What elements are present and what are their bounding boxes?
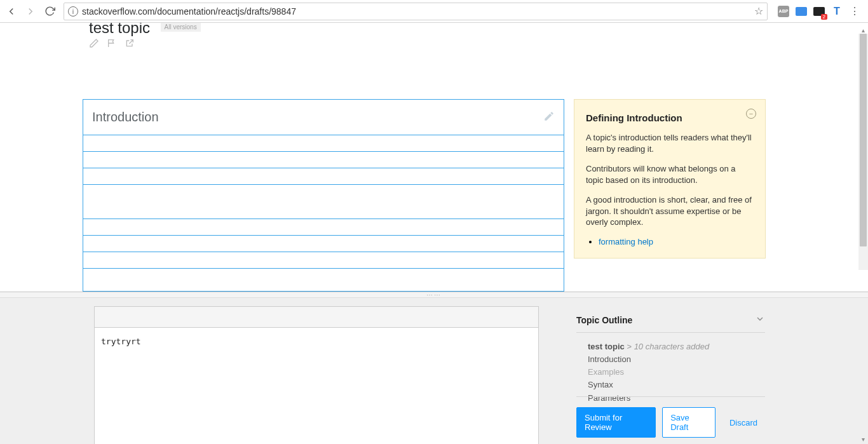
intro-row[interactable] [83,236,564,252]
introduction-title: Introduction [92,110,159,124]
outline-item[interactable]: Introduction [588,353,765,366]
browser-toolbar: i stackoverflow.com/documentation/reactj… [0,0,868,23]
intro-row[interactable] [83,135,564,152]
help-panel: − Defining Introduction A topic's introd… [574,99,766,259]
intro-row[interactable] [83,185,564,219]
outline-topic-change: 10 characters added [634,342,710,351]
split-handle[interactable]: ⋯⋯ [0,292,868,298]
editor-toolbar[interactable] [95,307,538,328]
extension-icons: ABP 2 T ⋮ [774,6,864,17]
help-paragraph: Contributors will know what belongs on a… [586,163,754,185]
editor-content[interactable]: trytryrt [95,328,538,355]
page-content: ▴ test topic All versions Introduction [0,23,868,444]
extension-icon-dark[interactable]: 2 [813,6,825,17]
save-draft-button[interactable]: Save Draft [662,407,715,438]
drag-dots-icon: ⋯⋯ [426,292,442,299]
chevron-down-icon[interactable] [755,314,765,326]
site-info-icon[interactable]: i [68,6,78,17]
introduction-header-row[interactable]: Introduction [83,100,564,135]
outline-heading-row[interactable]: Topic Outline [576,314,765,333]
intro-row[interactable] [83,269,564,291]
version-badge[interactable]: All versions [161,23,201,32]
outline-item[interactable]: Syntax [588,379,765,391]
topic-title: test topic [89,23,150,37]
scrollbar-down-arrow[interactable]: ▾ [859,435,867,443]
submit-button[interactable]: Submit for Review [576,407,656,438]
bookmark-star-icon[interactable]: ☆ [754,5,763,17]
intro-row[interactable] [83,252,564,269]
forward-button[interactable] [23,4,38,19]
address-bar[interactable]: i stackoverflow.com/documentation/reactj… [64,3,768,20]
flag-icon[interactable] [107,38,117,51]
help-paragraph: A topic's introduction tells readers wha… [586,132,754,154]
collapse-icon[interactable]: − [746,109,756,119]
intro-row[interactable] [83,219,564,236]
chrome-menu-icon[interactable]: ⋮ [849,6,860,17]
intro-row[interactable] [83,168,564,185]
back-button[interactable] [4,4,19,19]
reload-button[interactable] [42,4,57,19]
outline-topic-row[interactable]: test topic > 10 characters added [588,340,765,353]
extension-icon-t[interactable]: T [831,6,843,17]
scrollbar-up-arrow[interactable]: ▴ [859,26,867,34]
discard-button[interactable]: Discard [722,413,765,433]
pencil-icon[interactable] [543,111,555,124]
topic-action-icons [89,38,135,51]
scrollbar-thumb[interactable] [860,34,867,246]
intro-row[interactable] [83,152,564,168]
extension-icon-blue[interactable] [796,6,807,17]
open-external-icon[interactable] [125,38,135,51]
extension-badge: 2 [821,14,827,20]
outline-heading: Topic Outline [576,315,632,325]
bottom-panel: ▾ trytryrt Topic Outline test topic > 1 [0,298,868,444]
outline-topic-name: test topic [588,342,625,351]
abp-extension-icon[interactable]: ABP [778,6,789,17]
action-buttons-row: Submit for Review Save Draft Discard [576,396,765,438]
url-text: stackoverflow.com/documentation/reactjs/… [82,6,296,17]
help-title: Defining Introduction [586,112,754,123]
formatting-help-link[interactable]: formatting help [599,237,653,246]
help-paragraph: A good introduction is short, clear, and… [586,194,754,228]
introduction-card: Introduction [83,99,564,292]
outline-item[interactable]: Examples [588,366,765,379]
edit-icon[interactable] [89,38,99,51]
editor-box: trytryrt [94,306,539,444]
